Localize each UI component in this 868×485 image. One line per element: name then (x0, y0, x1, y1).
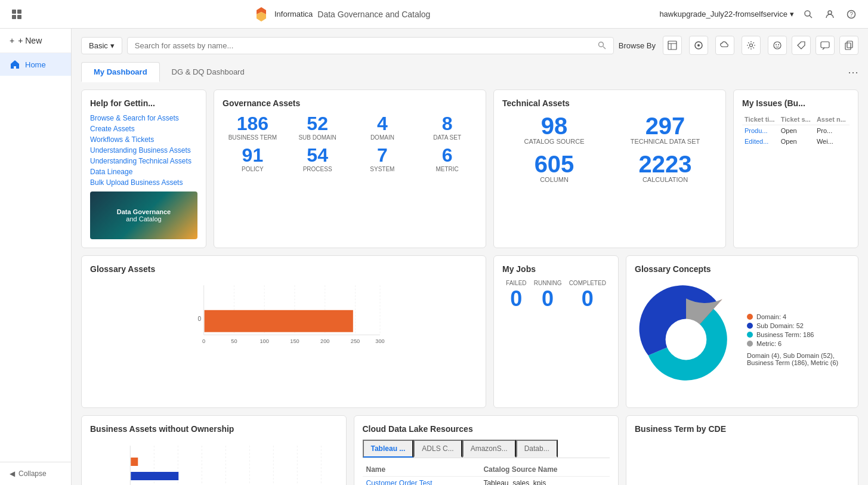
browse-table-button[interactable] (663, 36, 682, 55)
stat-label: BUSINESS TERM (223, 134, 283, 141)
search-nav-icon (804, 10, 813, 19)
dashboard-tabs: My Dashboard DG & DQ Dashboard ⋯ (81, 62, 858, 82)
stat-catalog-source: 98 CATALOG SOURCE (502, 114, 606, 145)
user-menu[interactable]: hawkupgrade_July22-fromselfservice ▾ (659, 10, 794, 18)
search-nav-button[interactable] (801, 7, 816, 21)
issues-col-ticket: Ticket ti... (742, 114, 779, 125)
user-profile-button[interactable] (823, 7, 837, 21)
issues-col-asset: Asset n... (814, 114, 850, 125)
cloud-col-name: Name (363, 463, 480, 477)
my-issues-card: My Issues (Bu... Ticket ti... Ticket s..… (733, 89, 858, 248)
glossary-concepts-card: Glossary Concepts (626, 255, 858, 408)
glossary-bar-chart: 0 0 50 100 150 200 250 300 (90, 280, 477, 351)
svg-text:300: 300 (375, 338, 384, 344)
app-logo: Informatica (253, 6, 313, 23)
svg-text:50: 50 (231, 338, 237, 344)
search-type-select[interactable]: Basic ▾ (81, 37, 122, 54)
select-chevron-icon: ▾ (110, 41, 115, 50)
svg-text:0: 0 (197, 316, 201, 322)
dashboard-row2: Glossary Assets 0 (81, 255, 858, 408)
stat-policy: 91 POLICY (223, 146, 283, 172)
ticket-link-1[interactable]: Produ... (745, 127, 768, 134)
stat-label: SYSTEM (353, 166, 413, 172)
help-link-technical[interactable]: Understanding Technical Assets (90, 157, 197, 165)
stat-data-set: 8 DATA SET (417, 114, 477, 141)
help-link-create[interactable]: Create Assets (90, 125, 197, 133)
svg-line-3 (810, 16, 812, 18)
browse-tag-button[interactable] (689, 36, 708, 55)
tech-stats: 98 CATALOG SOURCE 297 TECHNICAL DATA SET… (502, 114, 717, 183)
cloud-tab-datab[interactable]: Datab... (516, 440, 558, 458)
cloud-tab-adls[interactable]: ADLS C... (413, 440, 462, 458)
browse-cloud-button[interactable] (715, 36, 734, 55)
help-links: Browse & Search for Assets Create Assets… (90, 114, 197, 187)
dashboard-row3: Business Assets without Ownership (81, 415, 858, 485)
concepts-pie-chart (635, 280, 737, 399)
my-jobs-card: My Jobs FAILED 0 RUNNING 0 COMPLETED 0 (493, 255, 619, 408)
app-name: Informatica (274, 10, 313, 18)
dashboard-row1: Help for Gettin... Browse & Search for A… (81, 89, 858, 248)
help-button[interactable]: ? (844, 7, 858, 21)
tab-more-button[interactable]: ⋯ (848, 66, 858, 79)
governance-assets-card: Governance Assets 186 BUSINESS TERM 52 S… (214, 89, 486, 248)
status-badge: Open (779, 125, 814, 137)
svg-rect-20 (845, 43, 851, 50)
stat-sub-domain: 52 SUB DOMAIN (288, 114, 348, 141)
cloud-tabs: Tableau ... ADLS C... AmazonS... Datab..… (363, 440, 610, 458)
ticket-link-2[interactable]: Edited... (745, 138, 768, 145)
cloud-lake-card: Cloud Data Lake Resources Tableau ... AD… (354, 415, 619, 485)
help-link-lineage[interactable]: Data Lineage (90, 168, 197, 176)
stat-number: 4 (353, 114, 413, 133)
svg-point-2 (805, 11, 810, 16)
collapse-button[interactable]: ◀ Collapse (0, 462, 71, 485)
help-link-business[interactable]: Understanding Business Assets (90, 146, 197, 155)
main-content: Basic ▾ Browse By (72, 29, 868, 485)
glossary-chart-svg: 0 0 50 100 150 200 250 300 (90, 280, 477, 351)
svg-point-15 (774, 42, 781, 49)
tag-icon (694, 41, 703, 50)
governance-stats: 186 BUSINESS TERM 52 SUB DOMAIN 4 DOMAIN… (223, 114, 477, 172)
cloud-lake-title: Cloud Data Lake Resources (363, 424, 610, 434)
grid-menu-button[interactable] (10, 7, 24, 21)
stat-domain: 4 DOMAIN (353, 114, 413, 141)
search-input[interactable] (135, 41, 598, 50)
copy-button[interactable] (839, 36, 858, 55)
stat-label: DATA SET (417, 134, 477, 141)
comment-button[interactable] (816, 36, 835, 55)
browse-settings-button[interactable] (742, 36, 761, 55)
biz-chart-svg: 0 0 25 50 75 100 125 150 175 200 (90, 440, 338, 485)
svg-text:0: 0 (202, 338, 205, 344)
stat-label: SUB DOMAIN (288, 134, 348, 141)
stat-business-term: 186 BUSINESS TERM (223, 114, 283, 141)
home-icon (10, 59, 20, 70)
top-nav: Informatica Data Governance and Catalog … (0, 0, 868, 29)
jobs-failed: FAILED 0 (506, 280, 526, 311)
table-row: Edited... Open Wei... (742, 136, 850, 147)
stat-number: 8 (417, 114, 477, 133)
tab-my-dashboard[interactable]: My Dashboard (81, 62, 160, 82)
cloud-source-1: Tableau_sales_kpis (480, 477, 610, 486)
help-link-workflows[interactable]: Workflows & Tickets (90, 135, 197, 144)
label-button[interactable] (792, 36, 811, 55)
sidebar-item-home[interactable]: Home (0, 53, 71, 76)
jobs-title: My Jobs (502, 264, 610, 274)
cloud-tab-amazon[interactable]: AmazonS... (462, 440, 516, 458)
svg-text:?: ? (850, 11, 853, 18)
tab-dg-dq[interactable]: DG & DQ Dashboard (160, 63, 257, 82)
help-link-browse[interactable]: Browse & Search for Assets (90, 114, 197, 122)
new-button[interactable]: + + New (0, 29, 71, 53)
stat-calculation: 2223 CALCULATION (613, 152, 717, 183)
technical-assets-card: Technical Assets 98 CATALOG SOURCE 297 T… (493, 89, 726, 248)
browse-face-button[interactable] (768, 36, 787, 55)
chevron-down-icon: ▾ (790, 10, 794, 18)
app-subtitle: Data Governance and Catalog (317, 10, 430, 19)
svg-line-8 (603, 47, 606, 49)
jobs-running: RUNNING 0 (534, 280, 562, 311)
help-link-bulk[interactable]: Bulk Upload Business Assets (90, 178, 197, 187)
cloud-row-link-1[interactable]: Customer Order Test (366, 479, 433, 485)
cloud-tab-tableau[interactable]: Tableau ... (363, 440, 414, 458)
stat-number: 7 (353, 146, 413, 165)
concepts-summary: Domain (4), Sub Domain (52), Business Te… (747, 352, 850, 366)
svg-rect-29 (205, 310, 353, 332)
label-icon (796, 41, 806, 50)
